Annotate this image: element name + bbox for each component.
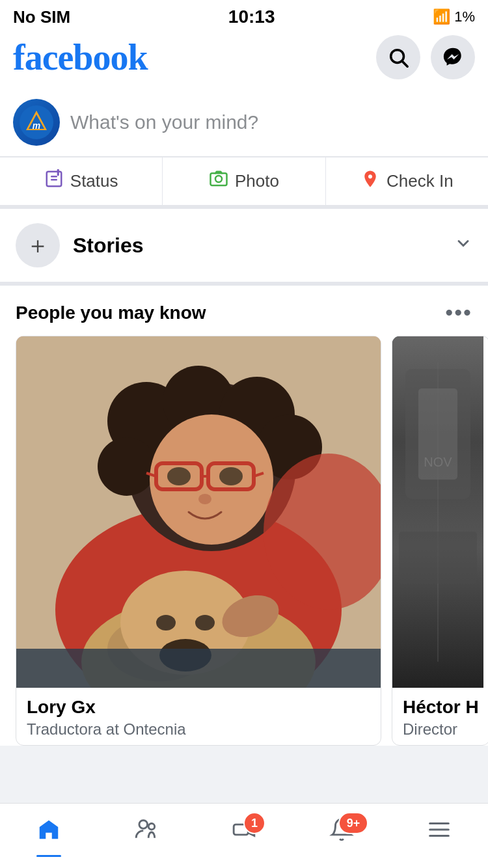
xray-photo-svg: NOV: [392, 336, 483, 688]
video-badge: 1: [243, 812, 265, 834]
stories-section: ＋ Stories: [0, 209, 488, 286]
more-options-button[interactable]: •••: [445, 300, 472, 325]
person-photo-svg: [16, 336, 381, 688]
person-name: Héctor H: [403, 697, 479, 718]
person-info: Héctor H Director: [392, 688, 488, 745]
svg-text:m: m: [33, 120, 40, 131]
stories-label: Stories: [73, 234, 143, 258]
add-story-button[interactable]: ＋: [16, 223, 60, 267]
nav-video[interactable]: 1: [232, 817, 256, 848]
time-text: 10:13: [228, 7, 275, 27]
person-photo-partial: NOV: [392, 336, 483, 688]
xray-photo-image: NOV: [392, 336, 483, 688]
svg-point-44: [139, 821, 148, 829]
svg-rect-36: [16, 649, 381, 688]
checkin-label: Check In: [386, 171, 454, 191]
person-card: NOV Héctor H Director: [392, 336, 488, 746]
status-button[interactable]: Status: [0, 157, 163, 205]
malavida-logo-icon: m: [20, 105, 53, 139]
status-label: Status: [70, 171, 118, 191]
nav-home[interactable]: [36, 817, 61, 848]
chevron-down-icon[interactable]: [454, 234, 472, 257]
plus-icon: ＋: [26, 230, 49, 262]
avatar: m: [13, 99, 60, 146]
facebook-logo: facebook: [13, 36, 148, 78]
photo-icon: [209, 169, 228, 193]
nav-menu[interactable]: [427, 817, 452, 848]
photo-button[interactable]: Photo: [163, 157, 325, 205]
photo-label: Photo: [235, 171, 279, 191]
header-actions: [376, 35, 475, 79]
menu-icon: [427, 817, 452, 848]
app-header: facebook: [0, 29, 488, 88]
people-you-may-know-section: People you may know •••: [0, 286, 488, 746]
svg-point-45: [148, 824, 155, 830]
friends-icon: [134, 817, 159, 848]
composer-placeholder[interactable]: What's on your mind?: [70, 111, 475, 133]
status-bar: No SIM 10:13 📶 1%: [0, 0, 488, 29]
messenger-button[interactable]: [431, 35, 475, 79]
post-composer: m What's on your mind?: [0, 88, 488, 157]
person-photo: [16, 336, 381, 688]
active-indicator: [36, 855, 61, 857]
checkin-icon: [360, 169, 380, 193]
messenger-icon: [442, 46, 464, 68]
action-bar: Status Photo Check In: [0, 157, 488, 209]
svg-point-33: [219, 467, 243, 485]
people-header: People you may know •••: [0, 286, 488, 336]
svg-point-25: [98, 437, 156, 496]
nav-notifications[interactable]: 9+: [329, 817, 354, 848]
carrier-text: No SIM: [13, 7, 70, 27]
svg-point-10: [215, 176, 222, 182]
svg-point-18: [195, 615, 215, 631]
person-subtitle: Traductora at Ontecnia: [27, 720, 370, 739]
svg-line-1: [402, 61, 407, 66]
search-icon: [387, 46, 409, 68]
person-info: Lory Gx Traductora at Ontecnia: [16, 688, 381, 745]
wifi-icon: 📶: [433, 8, 450, 25]
person-name: Lory Gx: [27, 697, 370, 718]
svg-point-34: [198, 494, 211, 504]
person-card: Lory Gx Traductora at Ontecnia: [16, 336, 381, 746]
people-title: People you may know: [16, 303, 206, 323]
svg-point-17: [156, 615, 176, 631]
svg-point-32: [167, 467, 191, 485]
bottom-navigation: 1 9+: [0, 803, 488, 868]
notifications-badge: 9+: [338, 812, 368, 834]
svg-text:NOV: NOV: [424, 455, 452, 469]
home-icon: [36, 817, 61, 848]
battery-text: 📶 1%: [433, 8, 475, 25]
svg-rect-42: [399, 532, 477, 584]
search-button[interactable]: [376, 35, 420, 79]
nav-friends[interactable]: [134, 817, 159, 848]
people-cards-list: Lory Gx Traductora at Ontecnia: [0, 336, 488, 746]
person-subtitle: Director: [403, 720, 479, 739]
battery-icon: 1%: [454, 8, 475, 25]
checkin-button[interactable]: Check In: [326, 157, 488, 205]
status-icon: [44, 169, 64, 193]
woman-photo-image: [16, 336, 381, 688]
